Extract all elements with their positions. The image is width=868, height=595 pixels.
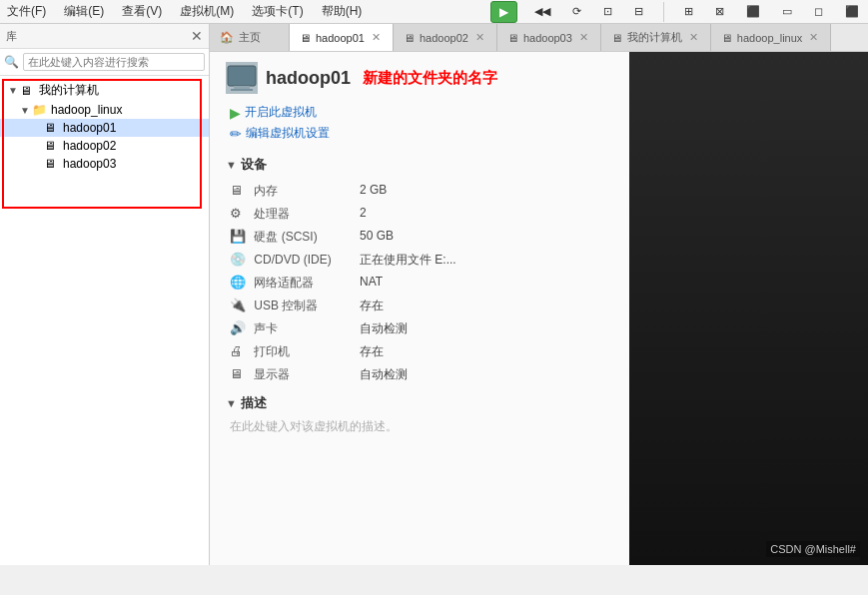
edit-vm-button[interactable]: ✏ 编辑虚拟机设置 [230,123,613,144]
spec-row-display: 🖥 显示器 自动检测 [226,363,613,386]
toolbar-btn-8[interactable]: ▭ [777,2,797,21]
settings-section-title: 设备 [241,156,267,174]
play-button[interactable]: ▶ [490,1,517,23]
sound-icon: 🔊 [230,320,248,335]
menu-help[interactable]: 帮助(H) [319,2,366,21]
search-input[interactable] [23,53,205,71]
spec-label-memory: 🖥 内存 [226,180,356,203]
tree-arrow-my-computer: ▼ [8,85,20,96]
toolbar-btn-4[interactable]: ⊟ [629,2,648,21]
menu-vm[interactable]: 虚拟机(M) [177,2,237,21]
usb-icon: 🔌 [230,298,248,312]
tree-item-hadoop01[interactable]: 🖥 hadoop01 [0,119,209,137]
tab-hadoop-linux[interactable]: 🖥 hadoop_linux ✕ [711,24,831,51]
vm-detail: hadoop01 新建的文件夹的名字 ▶ 开启此虚拟机 ✏ 编辑虚拟机设置 [210,52,868,565]
home-icon: 🏠 [220,31,234,44]
vm-tab-icon-3: 🖥 [507,32,518,44]
sidebar-tree: ▼ 🖥 我的计算机 ▼ 📁 hadoop_linux 🖥 hadoop01 [0,76,209,565]
vm-large-icon [226,62,258,94]
tree-item-hadoop02[interactable]: 🖥 hadoop02 [0,137,209,155]
search-icon: 🔍 [4,55,19,69]
sidebar-close-button[interactable]: ✕ [191,28,203,44]
sidebar-header: 库 ✕ [0,24,209,49]
svg-rect-0 [228,66,256,86]
tab-hadoop-linux-close[interactable]: ✕ [807,31,820,44]
toolbar-btn-7[interactable]: ⬛ [741,2,765,21]
vm-icon-hadoop02: 🖥 [44,139,60,153]
content-area: 🏠 主页 🖥 hadoop01 ✕ 🖥 hadoop02 ✕ 🖥 hadoop0… [210,24,868,565]
watermark: CSDN @Mishell# [766,541,860,557]
display-icon: 🖥 [230,366,248,381]
cdrom-icon: 💿 [230,252,248,267]
tree-label-hadoop03: hadoop03 [63,157,116,171]
spec-label-network: 🌐 网络适配器 [226,272,356,295]
settings-arrow-icon: ▼ [226,159,237,171]
toolbar-btn-5[interactable]: ⊞ [679,2,698,21]
description-section-header[interactable]: ▼ 描述 [226,394,613,412]
toolbar-btn-10[interactable]: ⬛ [840,2,864,21]
tree-arrow-hadoop-linux: ▼ [20,105,32,116]
toolbar-btn-1[interactable]: ◀◀ [529,2,555,21]
spec-row-usb: 🔌 USB 控制器 存在 [226,295,613,317]
main-layout: 库 ✕ 🔍 ▼ 🖥 我的计算机 ▼ 📁 hadoop_linux [0,24,868,565]
spec-row-sound: 🔊 声卡 自动检测 [226,317,613,340]
tab-hadoop02-close[interactable]: ✕ [473,31,486,44]
tree-item-my-computer[interactable]: ▼ 🖥 我的计算机 [0,80,209,101]
tab-hadoop03-close[interactable]: ✕ [577,31,590,44]
separator [663,2,664,22]
settings-section-header[interactable]: ▼ 设备 [226,156,613,174]
toolbar-btn-9[interactable]: ◻ [809,2,828,21]
spec-label-sound: 🔊 声卡 [226,317,356,340]
tab-home-label: 主页 [239,30,261,45]
tabs-bar: 🏠 主页 🖥 hadoop01 ✕ 🖥 hadoop02 ✕ 🖥 hadoop0… [210,24,868,52]
sidebar-search-area: 🔍 [0,49,209,76]
edit-pencil-icon: ✏ [230,126,242,142]
toolbar-btn-6[interactable]: ⊠ [710,2,729,21]
tab-hadoop-linux-label: hadoop_linux [737,32,802,44]
spec-value-usb: 存在 [356,295,613,317]
computer-icon: 🖥 [20,84,36,98]
menu-edit[interactable]: 编辑(E) [61,2,107,21]
tab-hadoop03[interactable]: 🖥 hadoop03 ✕ [497,24,601,51]
tab-home[interactable]: 🏠 主页 [210,24,290,51]
tab-hadoop01-label: hadoop01 [316,32,365,44]
tab-hadoop01-close[interactable]: ✕ [370,31,383,44]
vm-icon-hadoop03: 🖥 [44,157,60,171]
vm-title-row: hadoop01 新建的文件夹的名字 [226,62,613,94]
description-placeholder: 在此处键入对该虚拟机的描述。 [226,418,613,435]
toolbar-btn-2[interactable]: ⟳ [567,2,586,21]
spec-row-processor: ⚙ 处理器 2 [226,203,613,226]
vm-tab-icon-5: 🖥 [721,32,732,44]
description-section-title: 描述 [241,394,267,412]
start-arrow-icon: ▶ [230,105,241,121]
toolbar-btn-3[interactable]: ⊡ [598,2,617,21]
tree-label-hadoop02: hadoop02 [63,139,116,153]
vm-info-panel: hadoop01 新建的文件夹的名字 ▶ 开启此虚拟机 ✏ 编辑虚拟机设置 [210,52,629,565]
tab-my-computer-close[interactable]: ✕ [687,31,700,44]
menu-file[interactable]: 文件(F) [4,2,49,21]
tab-my-computer[interactable]: 🖥 我的计算机 ✕ [601,24,711,51]
processor-icon: ⚙ [230,206,248,221]
spec-row-memory: 🖥 内存 2 GB [226,180,613,203]
spec-label-usb: 🔌 USB 控制器 [226,295,356,317]
tree-label-hadoop01: hadoop01 [63,121,116,135]
vm-preview-screen[interactable]: CSDN @Mishell# [629,52,868,565]
network-icon: 🌐 [230,275,248,290]
menu-view[interactable]: 查看(V) [119,2,165,21]
vm-actions: ▶ 开启此虚拟机 ✏ 编辑虚拟机设置 [226,102,613,144]
tab-hadoop03-label: hadoop03 [523,32,572,44]
menu-tab[interactable]: 选项卡(T) [249,2,306,21]
tab-hadoop02[interactable]: 🖥 hadoop02 ✕ [394,24,497,51]
tab-hadoop02-label: hadoop02 [420,32,468,44]
folder-icon-hadoop-linux: 📁 [32,103,48,117]
tree-item-hadoop-linux[interactable]: ▼ 📁 hadoop_linux [0,101,209,119]
tab-hadoop01[interactable]: 🖥 hadoop01 ✕ [290,24,394,51]
vm-tab-icon-1: 🖥 [300,32,311,44]
vm-tab-icon-2: 🖥 [404,32,415,44]
spec-value-sound: 自动检测 [356,317,613,340]
spec-value-disk: 50 GB [356,226,613,249]
start-vm-button[interactable]: ▶ 开启此虚拟机 [230,102,613,123]
sidebar-title: 库 [6,29,17,44]
tree-item-hadoop03[interactable]: 🖥 hadoop03 [0,155,209,173]
tree-label-hadoop-linux: hadoop_linux [51,103,122,117]
